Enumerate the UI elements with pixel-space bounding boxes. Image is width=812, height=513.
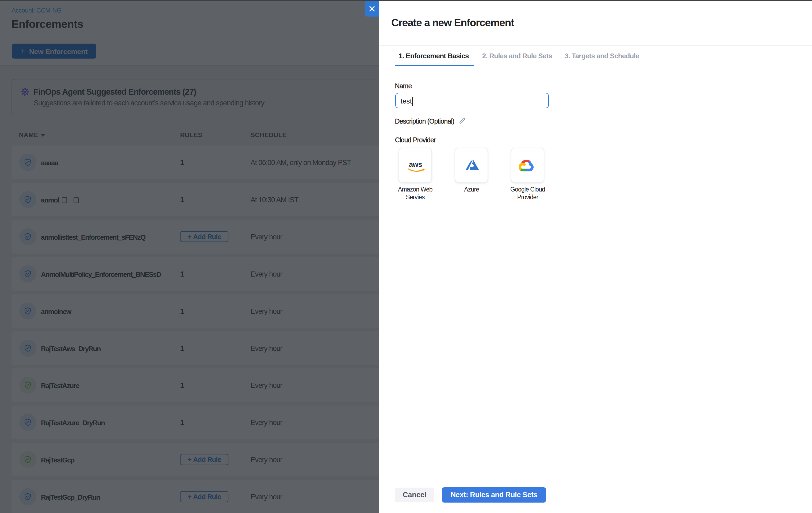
svg-text:aws: aws: [409, 161, 422, 169]
